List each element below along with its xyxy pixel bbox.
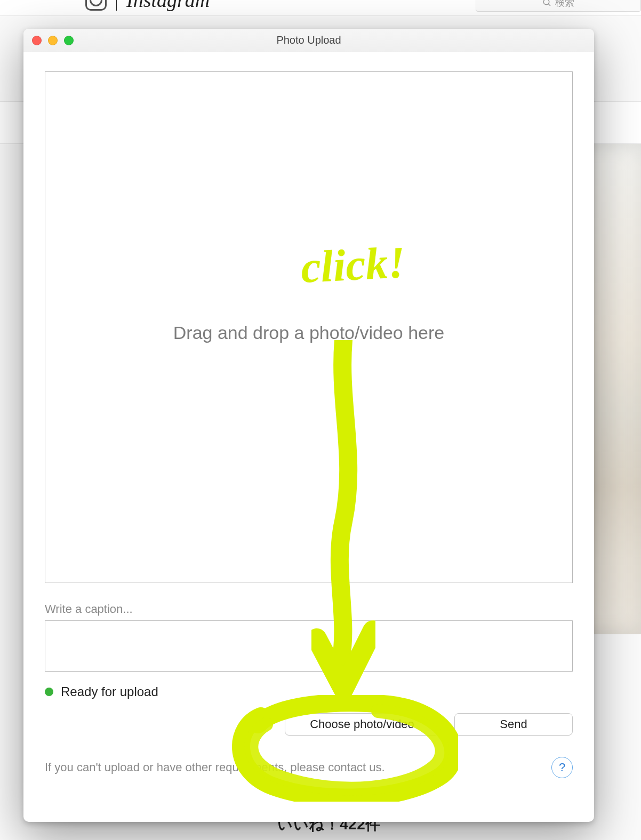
dialog-body: Drag and drop a photo/video here Write a…	[23, 52, 594, 822]
minimize-button[interactable]	[48, 36, 58, 45]
svg-line-1	[548, 4, 550, 6]
help-button[interactable]: ?	[551, 757, 573, 778]
help-text: If you can't upload or have other requir…	[45, 761, 385, 774]
send-button[interactable]: Send	[454, 713, 573, 736]
caption-input[interactable]	[45, 620, 573, 672]
search-icon	[542, 0, 552, 7]
dropzone[interactable]: Drag and drop a photo/video here	[45, 71, 573, 583]
choose-photo-button[interactable]: Choose photo/video	[285, 713, 439, 736]
titlebar: Photo Upload	[23, 29, 594, 52]
search-box[interactable]: 検索	[476, 0, 641, 12]
instagram-wordmark: Instagram	[126, 0, 210, 12]
status-indicator-icon	[45, 688, 53, 696]
search-label: 検索	[555, 0, 574, 9]
close-button[interactable]	[32, 36, 42, 45]
maximize-button[interactable]	[64, 36, 74, 45]
traffic-lights	[32, 36, 74, 45]
button-row: Choose photo/video Send	[45, 713, 573, 736]
dropzone-text: Drag and drop a photo/video here	[173, 322, 444, 343]
instagram-logo: Instagram	[85, 0, 133, 14]
status-row: Ready for upload	[45, 684, 573, 699]
bg-header: Instagram 検索	[0, 0, 641, 16]
caption-label: Write a caption...	[45, 602, 573, 616]
photo-upload-dialog: Photo Upload Drag and drop a photo/video…	[23, 29, 594, 822]
annotation-highlight-icon	[229, 695, 458, 802]
dialog-title: Photo Upload	[276, 34, 341, 46]
footer-row: If you can't upload or have other requir…	[45, 757, 573, 778]
logo-divider	[116, 0, 117, 11]
instagram-icon	[85, 0, 107, 11]
status-text: Ready for upload	[61, 684, 158, 699]
